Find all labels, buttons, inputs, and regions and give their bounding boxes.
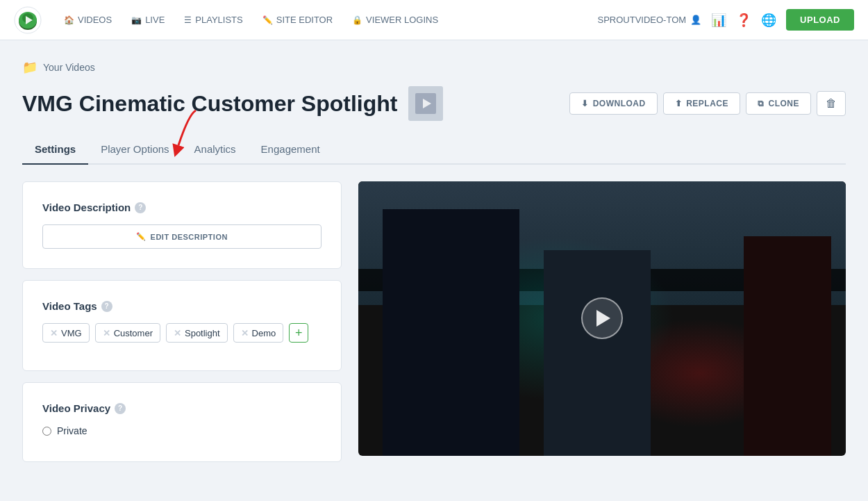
tag-spotlight: ✕ Spotlight — [166, 323, 228, 343]
video-description-card: Video Description ? ✏️ EDIT DESCRIPTION — [22, 181, 342, 269]
video-title-text: VMG Cinematic Customer Spotlight — [22, 91, 397, 117]
edit-desc-label: EDIT DESCRIPTION — [151, 233, 228, 241]
breadcrumb: 📁 Your Videos — [22, 60, 846, 75]
privacy-title-text: Video Privacy — [42, 402, 110, 414]
logo[interactable] — [14, 6, 42, 34]
tag-vmg-label: VMG — [61, 328, 82, 338]
replace-icon: ⬆ — [675, 99, 683, 108]
trash-icon: 🗑 — [826, 97, 837, 109]
tag-customer-remove[interactable]: ✕ — [103, 328, 110, 338]
user-info[interactable]: SPROUTVIDEO-TOM 👤 — [598, 15, 702, 25]
video-privacy-card: Video Privacy ? Private — [22, 382, 342, 462]
viewer-logins-icon: 🔒 — [352, 15, 362, 25]
tags-help-icon[interactable]: ? — [101, 301, 112, 312]
clone-button[interactable]: ⧉ CLONE — [746, 92, 811, 115]
tab-player-options-label: Player Options — [101, 143, 169, 155]
site-editor-icon: ✏️ — [262, 15, 273, 25]
replace-button[interactable]: ⬆ REPLACE — [663, 92, 740, 115]
tab-player-options[interactable]: Player Options — [88, 135, 181, 165]
download-label: DOWNLOAD — [593, 99, 646, 108]
scene-person-right — [744, 236, 831, 456]
video-tags-card: Video Tags ? ✕ VMG ✕ Customer ✕ Spotligh… — [22, 280, 342, 371]
nav-videos[interactable]: 🏠 VIDEOS — [56, 9, 120, 31]
download-button[interactable]: ⬇ DOWNLOAD — [569, 92, 658, 115]
nav-right: SPROUTVIDEO-TOM 👤 📊 ❓ 🌐 UPLOAD — [598, 9, 855, 31]
help-icon-btn[interactable]: ❓ — [736, 13, 751, 28]
replace-label: REPLACE — [686, 99, 728, 108]
folder-icon: 📁 — [22, 60, 37, 75]
add-tag-button[interactable]: + — [289, 323, 308, 343]
tag-spotlight-label: Spotlight — [185, 328, 220, 338]
tag-demo-label: Demo — [252, 328, 276, 338]
title-actions: ⬇ DOWNLOAD ⬆ REPLACE ⧉ CLONE 🗑 — [569, 91, 846, 116]
left-panel: Video Description ? ✏️ EDIT DESCRIPTION … — [22, 181, 342, 473]
tab-analytics-label: Analytics — [194, 143, 236, 155]
nav-site-editor-label: SITE EDITOR — [276, 15, 333, 25]
tags-row: ✕ VMG ✕ Customer ✕ Spotlight ✕ Demo — [42, 323, 322, 343]
nav-viewer-logins[interactable]: 🔒 VIEWER LOGINS — [344, 9, 446, 31]
clone-label: CLONE — [769, 99, 800, 108]
nav-videos-label: VIDEOS — [78, 15, 112, 25]
video-preview[interactable] — [358, 181, 846, 456]
tag-demo-remove[interactable]: ✕ — [241, 328, 249, 338]
scene-person-center — [544, 250, 651, 456]
clone-icon: ⧉ — [758, 99, 765, 108]
nav-viewer-logins-label: VIEWER LOGINS — [366, 15, 438, 25]
main-layout: Video Description ? ✏️ EDIT DESCRIPTION … — [22, 181, 846, 473]
user-icon: 👤 — [690, 15, 701, 25]
description-help-icon[interactable]: ? — [135, 202, 146, 213]
home-icon: 🏠 — [64, 15, 74, 25]
nav-live[interactable]: 📷 LIVE — [123, 9, 173, 31]
tag-vmg-remove[interactable]: ✕ — [50, 328, 58, 338]
privacy-card-title: Video Privacy ? — [42, 402, 322, 414]
title-row: VMG Cinematic Customer Spotlight ⬇ DOWNL… — [22, 86, 846, 121]
scene-person-left — [383, 209, 519, 456]
video-thumbnail-small — [408, 86, 443, 121]
globe-icon-btn[interactable]: 🌐 — [761, 13, 776, 28]
privacy-help-icon[interactable]: ? — [115, 403, 126, 414]
username: SPROUTVIDEO-TOM — [598, 15, 687, 25]
nav-live-label: LIVE — [145, 15, 165, 25]
tag-spotlight-remove[interactable]: ✕ — [174, 328, 181, 338]
nav-playlists[interactable]: ☰ PLAYLISTS — [176, 9, 251, 31]
privacy-private-row: Private — [42, 425, 322, 436]
right-panel — [358, 181, 846, 473]
edit-icon: ✏️ — [136, 232, 147, 241]
playlists-icon: ☰ — [184, 15, 192, 25]
tab-settings-label: Settings — [35, 143, 76, 155]
page-content: 📁 Your Videos VMG Cinematic Customer Spo… — [0, 40, 868, 473]
description-card-title: Video Description ? — [42, 202, 322, 213]
tags-card-title: Video Tags ? — [42, 300, 322, 312]
edit-description-button[interactable]: ✏️ EDIT DESCRIPTION — [42, 224, 322, 249]
analytics-icon-btn[interactable]: 📊 — [711, 13, 726, 28]
tag-customer: ✕ Customer — [95, 323, 160, 343]
description-title-text: Video Description — [42, 202, 131, 213]
tab-analytics[interactable]: Analytics — [182, 135, 249, 165]
delete-button[interactable]: 🗑 — [817, 91, 846, 116]
tag-demo: ✕ Demo — [233, 323, 284, 343]
download-icon: ⬇ — [581, 99, 589, 108]
tabs-row: Settings Player Options Analytics Engage… — [22, 135, 846, 165]
tabs-area: Settings Player Options Analytics Engage… — [22, 135, 846, 165]
nav-links: 🏠 VIDEOS 📷 LIVE ☰ PLAYLISTS ✏️ SITE EDIT… — [56, 9, 598, 31]
tags-title-text: Video Tags — [42, 300, 97, 312]
nav-playlists-label: PLAYLISTS — [195, 15, 242, 25]
privacy-private-label: Private — [57, 425, 87, 436]
privacy-private-radio[interactable] — [42, 427, 51, 436]
play-triangle-icon — [596, 310, 610, 327]
breadcrumb-text: Your Videos — [43, 62, 95, 73]
tag-customer-label: Customer — [114, 328, 153, 338]
tab-engagement-label: Engagement — [261, 143, 320, 155]
video-title: VMG Cinematic Customer Spotlight — [22, 86, 569, 121]
nav-site-editor[interactable]: ✏️ SITE EDITOR — [254, 9, 341, 31]
tag-vmg: ✕ VMG — [42, 323, 90, 343]
upload-button[interactable]: UPLOAD — [786, 9, 854, 31]
live-icon: 📷 — [131, 15, 142, 25]
topnav: 🏠 VIDEOS 📷 LIVE ☰ PLAYLISTS ✏️ SITE EDIT… — [0, 0, 868, 40]
tab-engagement[interactable]: Engagement — [249, 135, 333, 165]
tab-settings[interactable]: Settings — [22, 135, 88, 165]
